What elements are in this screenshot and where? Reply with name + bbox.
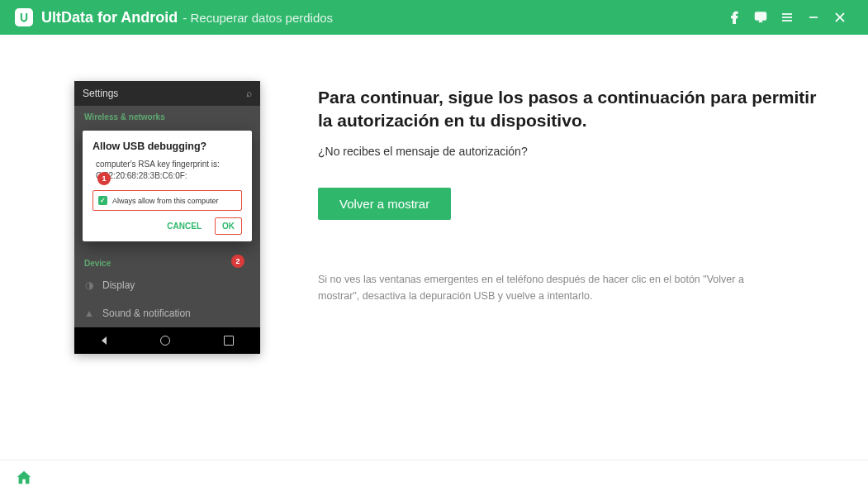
instruction-subtext: ¿No recibes el mensaje de autorización? — [318, 145, 818, 158]
menu-icon[interactable] — [774, 0, 800, 35]
retry-show-button[interactable]: Volver a mostrar — [318, 188, 451, 220]
checkbox-checked-icon: ✓ — [98, 196, 107, 205]
phone-statusbar: Settings ⌕ — [74, 81, 260, 106]
display-icon: ◑ — [84, 279, 94, 291]
phone-settings-title: Settings — [83, 88, 118, 99]
home-button[interactable] — [15, 469, 35, 489]
settings-row-sound: ▲Sound & notification — [74, 299, 260, 327]
app-subtitle: - Recuperar datos perdidos — [183, 11, 333, 25]
nav-recent-icon — [224, 336, 234, 346]
phone-mockup: Settings ⌕ Wireless & networks ▾Wi-Fi Al… — [74, 81, 260, 354]
nav-home-icon — [160, 336, 170, 346]
usb-debugging-dialog: Allow USB debugging? computer's RSA key … — [83, 131, 252, 241]
dialog-ok-button: OK — [215, 217, 242, 235]
titlebar: UltData for Android - Recuperar datos pe… — [0, 0, 868, 35]
dialog-fingerprint-text: computer's RSA key fingerprint is: C:52:… — [92, 159, 242, 182]
bell-icon: ▲ — [84, 308, 94, 319]
settings-row-display: ◑Display — [74, 271, 260, 299]
close-button[interactable] — [827, 0, 853, 35]
feedback-icon[interactable] — [747, 0, 774, 35]
instruction-note: Si no ves las ventanas emergentes en el … — [318, 271, 780, 304]
app-window: UltData for Android - Recuperar datos pe… — [0, 0, 868, 496]
phone-screen: Wireless & networks ▾Wi-Fi Allow USB deb… — [74, 106, 260, 327]
phone-navbar — [74, 327, 260, 354]
minimize-button[interactable] — [800, 0, 827, 35]
nav-back-icon — [102, 336, 107, 345]
search-icon: ⌕ — [246, 88, 252, 99]
facebook-icon[interactable] — [721, 0, 747, 35]
content-area: Settings ⌕ Wireless & networks ▾Wi-Fi Al… — [0, 35, 868, 460]
dialog-always-allow-label: Always allow from this computer — [112, 197, 219, 205]
instruction-heading: Para continuar, sigue los pasos a contin… — [318, 86, 818, 133]
app-title: UltData for Android — [41, 9, 178, 26]
settings-section-device: Device — [74, 252, 260, 271]
dialog-title: Allow USB debugging? — [92, 141, 242, 152]
app-logo-icon — [15, 8, 33, 26]
footer-bar — [0, 460, 868, 496]
dialog-always-allow-row: ✓ Always allow from this computer — [92, 190, 242, 211]
step-badge-1: 1 — [97, 172, 111, 185]
settings-section-wireless: Wireless & networks — [74, 106, 260, 125]
instruction-column: Para continuar, sigue los pasos a contin… — [318, 81, 818, 435]
dialog-cancel-button: CANCEL — [162, 218, 206, 234]
phone-preview-column: Settings ⌕ Wireless & networks ▾Wi-Fi Al… — [74, 81, 260, 435]
